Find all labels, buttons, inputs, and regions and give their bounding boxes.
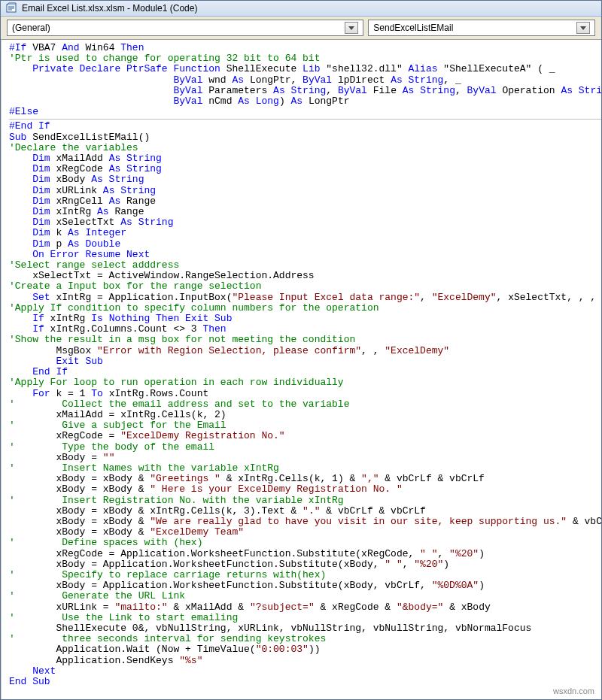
title-bar: Email Excel List.xlsx.xlsm - Module1 (Co… <box>1 1 601 17</box>
code-pane[interactable]: #If VBA7 And Win64 Then 'Ptr is used to … <box>1 40 601 699</box>
module-icon <box>5 2 17 14</box>
watermark: wsxdn.com <box>553 686 594 695</box>
object-procedure-row: (General) SendExcelListEMail <box>1 17 601 40</box>
vba-editor-window: Email Excel List.xlsx.xlsm - Module1 (Co… <box>0 0 602 700</box>
procedure-dropdown[interactable]: SendExcelListEMail <box>368 20 595 36</box>
chevron-down-icon <box>345 22 358 34</box>
chevron-down-icon <box>576 22 590 34</box>
code-text[interactable]: #If VBA7 And Win64 Then 'Ptr is used to … <box>2 40 601 699</box>
object-dropdown-value: (General) <box>12 23 50 33</box>
window-title: Email Excel List.xlsx.xlsm - Module1 (Co… <box>22 3 197 14</box>
object-dropdown[interactable]: (General) <box>7 20 363 36</box>
procedure-dropdown-value: SendExcelListEMail <box>373 23 453 33</box>
